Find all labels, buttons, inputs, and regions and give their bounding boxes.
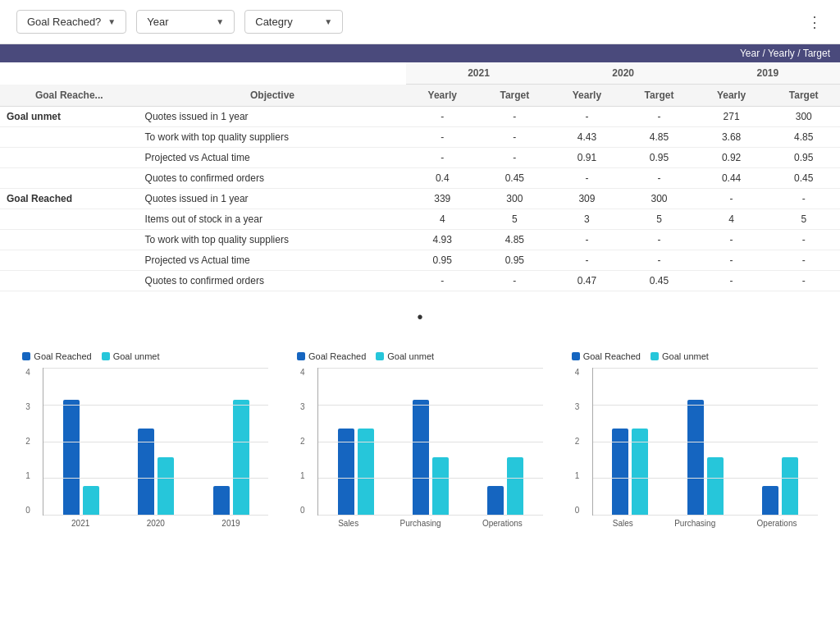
objective-cell: Items out of stock in a year [139, 209, 407, 230]
col-goal-reached: Goal Reache... [0, 85, 139, 107]
more-options-button[interactable]: ⋮ [807, 13, 824, 31]
legend-label: Goal Reached [34, 351, 91, 361]
data-cell: 0.44 [696, 168, 768, 189]
y-axis-label: 4 [575, 368, 580, 377]
grid-line [43, 368, 268, 369]
x-axis-labels: SalesPurchasingOperations [572, 519, 818, 528]
bar-group [742, 457, 817, 515]
chart-2: Goal ReachedGoal unmet43210SalesPurchasi… [297, 351, 543, 528]
legend-item: Goal unmet [102, 351, 160, 361]
chart-wrapper: 43210 [572, 368, 818, 516]
data-cell: - [551, 250, 623, 271]
y-axis-label: 2 [300, 437, 305, 446]
bar-group [593, 429, 668, 515]
year-dropdown[interactable]: Year ▼ [136, 10, 235, 34]
legend-item: Goal unmet [376, 351, 434, 361]
legend-item: Goal unmet [651, 351, 709, 361]
objective-cell: To work with top quality suppliers [139, 230, 407, 250]
bar-blue [487, 486, 504, 515]
data-cell: 4 [406, 209, 478, 230]
objective-cell: To work with top quality suppliers [139, 127, 407, 148]
data-cell: - [623, 168, 695, 189]
data-cell: 300 [767, 107, 840, 127]
bar-group [194, 400, 268, 515]
data-table: 2021 2020 2019 Goal Reache... Objective … [0, 62, 840, 291]
table-row: To work with top quality suppliers--4.43… [0, 127, 840, 148]
year-2021-header: 2021 [406, 62, 550, 85]
category-dropdown[interactable]: Categry ▼ [244, 10, 343, 34]
data-cell: 4.43 [551, 127, 623, 148]
data-cell: 0.45 [767, 168, 840, 189]
year-arrow: ▼ [216, 17, 224, 26]
legend-label: Goal Reached [583, 351, 641, 361]
y-axis-label: 0 [575, 506, 580, 515]
y-axis-label: 3 [25, 402, 30, 411]
grid-line [593, 515, 818, 516]
table-row: Projected vs Actual time--0.910.950.920.… [0, 148, 840, 168]
bar-teal [632, 429, 648, 515]
col-objective: Objective [139, 85, 407, 107]
legend-dot [376, 352, 384, 360]
chart-legend: Goal ReachedGoal unmet [572, 351, 818, 361]
year-label: Year [147, 16, 168, 28]
x-axis-labels: 202120202019 [22, 519, 268, 528]
data-cell: - [551, 107, 623, 127]
y-axis-label: 1 [575, 471, 580, 480]
x-axis-label: 2021 [71, 519, 89, 528]
year-header-row: 2021 2020 2019 [0, 62, 840, 85]
data-cell: 0.95 [478, 250, 550, 271]
data-table-section: 2021 2020 2019 Goal Reache... Objective … [0, 62, 840, 300]
goal-reached-dropdown[interactable]: Goal Reached? ▼ [16, 10, 126, 34]
objective-cell: Projected vs Actual time [139, 250, 407, 271]
legend-dot [22, 352, 30, 360]
table-row: Quotes to confirmed orders0.40.45--0.440… [0, 168, 840, 189]
bar-blue [63, 400, 80, 515]
grid-line [318, 515, 543, 516]
bar-teal [507, 457, 523, 515]
table-row: To work with top quality suppliers4.934.… [0, 230, 840, 250]
legend-dot [572, 352, 580, 360]
bar-group [668, 400, 742, 515]
data-cell: - [551, 230, 623, 250]
legend-dot [651, 352, 659, 360]
table-row: Goal unmetQuotes issued in 1 year----271… [0, 107, 840, 127]
legend-label: Goal unmet [662, 351, 709, 361]
x-axis-label: Purchasing [674, 519, 715, 528]
col-yearly-2021: Yearly [406, 85, 478, 107]
col-target-2021: Target [478, 85, 550, 107]
x-axis-label: Purchasing [400, 519, 441, 528]
bar-teal [233, 400, 249, 515]
chart-area: 43210 [592, 368, 818, 516]
data-cell: - [767, 189, 840, 209]
data-cell: - [478, 271, 550, 291]
data-cell: - [696, 189, 768, 209]
dot-marker: • [0, 300, 840, 335]
chart-area: 43210 [43, 368, 268, 516]
legend-label: Goal unmet [113, 351, 160, 361]
objective-cell: Quotes issued in 1 year [139, 189, 407, 209]
group-label [0, 168, 139, 189]
data-cell: - [406, 271, 478, 291]
data-cell: 0.95 [767, 148, 840, 168]
data-cell: 4.85 [623, 127, 695, 148]
group-label: Goal unmet [0, 107, 139, 127]
legend-label: Goal unmet [387, 351, 434, 361]
bar-teal [707, 457, 724, 515]
data-cell: - [696, 250, 768, 271]
legend-item: Goal Reached [297, 351, 366, 361]
group-label [0, 230, 139, 250]
y-axis-label: 2 [575, 437, 580, 446]
category-label: Categry [255, 16, 293, 28]
data-cell: - [696, 230, 768, 250]
data-cell: - [478, 107, 550, 127]
grid-line [593, 368, 818, 369]
col-target-2020: Target [623, 85, 695, 107]
bar-blue [612, 429, 628, 515]
data-cell: 4.93 [406, 230, 478, 250]
data-cell: 0.91 [551, 148, 623, 168]
data-cell: 5 [623, 209, 695, 230]
bar-teal [158, 457, 174, 515]
data-cell: - [623, 107, 695, 127]
bar-blue [213, 486, 230, 515]
legend-item: Goal Reached [572, 351, 641, 361]
